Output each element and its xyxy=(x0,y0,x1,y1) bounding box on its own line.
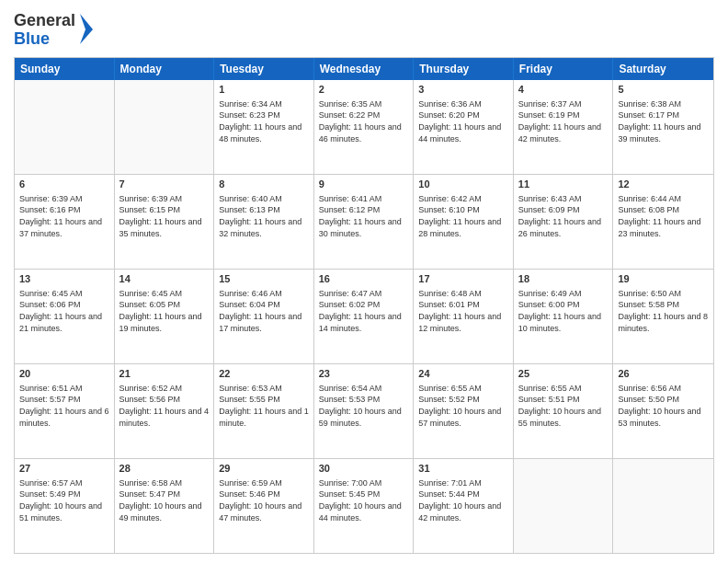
day-info: Sunrise: 6:55 AM Sunset: 5:51 PM Dayligh… xyxy=(518,383,609,429)
day-cell: 26Sunrise: 6:56 AM Sunset: 5:50 PM Dayli… xyxy=(613,364,713,458)
day-number: 4 xyxy=(518,83,609,97)
day-info: Sunrise: 6:34 AM Sunset: 6:23 PM Dayligh… xyxy=(219,98,309,144)
day-number: 29 xyxy=(219,462,309,476)
day-cell: 15Sunrise: 6:46 AM Sunset: 6:04 PM Dayli… xyxy=(214,270,314,363)
svg-text:General: General xyxy=(14,11,75,29)
day-number: 16 xyxy=(319,272,409,286)
day-info: Sunrise: 6:55 AM Sunset: 5:52 PM Dayligh… xyxy=(418,383,508,429)
day-info: Sunrise: 6:46 AM Sunset: 6:04 PM Dayligh… xyxy=(219,288,309,334)
day-number: 10 xyxy=(418,178,508,191)
svg-marker-2 xyxy=(80,14,93,44)
day-info: Sunrise: 6:52 AM Sunset: 5:56 PM Dayligh… xyxy=(119,383,210,429)
day-info: Sunrise: 6:39 AM Sunset: 6:16 PM Dayligh… xyxy=(19,193,109,239)
day-info: Sunrise: 6:45 AM Sunset: 6:05 PM Dayligh… xyxy=(119,288,210,334)
day-info: Sunrise: 7:00 AM Sunset: 5:45 PM Dayligh… xyxy=(319,477,409,523)
week-row-2: 6Sunrise: 6:39 AM Sunset: 6:16 PM Daylig… xyxy=(15,175,713,270)
day-cell: 2Sunrise: 6:35 AM Sunset: 6:22 PM Daylig… xyxy=(314,80,415,174)
header: GeneralBlue xyxy=(14,9,714,50)
day-info: Sunrise: 6:56 AM Sunset: 5:50 PM Dayligh… xyxy=(618,383,709,429)
day-number: 21 xyxy=(119,367,210,381)
day-number: 15 xyxy=(219,272,309,286)
day-info: Sunrise: 6:50 AM Sunset: 5:58 PM Dayligh… xyxy=(618,288,709,334)
day-info: Sunrise: 6:48 AM Sunset: 6:01 PM Dayligh… xyxy=(418,288,508,334)
day-cell: 13Sunrise: 6:45 AM Sunset: 6:06 PM Dayli… xyxy=(15,270,115,363)
day-number: 1 xyxy=(219,83,309,97)
day-info: Sunrise: 6:54 AM Sunset: 5:53 PM Dayligh… xyxy=(319,383,409,429)
logo-svg: GeneralBlue xyxy=(14,9,97,50)
day-cell: 9Sunrise: 6:41 AM Sunset: 6:12 PM Daylig… xyxy=(314,175,415,269)
day-cell: 1Sunrise: 6:34 AM Sunset: 6:23 PM Daylig… xyxy=(214,80,314,174)
day-info: Sunrise: 6:37 AM Sunset: 6:19 PM Dayligh… xyxy=(518,98,609,144)
day-cell: 22Sunrise: 6:53 AM Sunset: 5:55 PM Dayli… xyxy=(214,364,314,458)
day-cell: 12Sunrise: 6:44 AM Sunset: 6:08 PM Dayli… xyxy=(613,175,713,269)
day-number: 17 xyxy=(418,272,508,286)
day-header-wednesday: Wednesday xyxy=(314,58,415,80)
day-cell xyxy=(115,80,215,174)
day-cell: 10Sunrise: 6:42 AM Sunset: 6:10 PM Dayli… xyxy=(414,175,514,269)
day-number: 3 xyxy=(418,83,508,97)
day-number: 28 xyxy=(119,462,210,476)
day-cell: 18Sunrise: 6:49 AM Sunset: 6:00 PM Dayli… xyxy=(514,270,614,363)
day-number: 18 xyxy=(518,272,609,286)
day-info: Sunrise: 6:53 AM Sunset: 5:55 PM Dayligh… xyxy=(219,383,309,429)
day-number: 13 xyxy=(19,272,109,286)
day-number: 9 xyxy=(319,178,409,191)
week-row-1: 1Sunrise: 6:34 AM Sunset: 6:23 PM Daylig… xyxy=(15,80,713,175)
day-cell xyxy=(15,80,115,174)
week-row-3: 13Sunrise: 6:45 AM Sunset: 6:06 PM Dayli… xyxy=(15,270,713,364)
day-cell: 3Sunrise: 6:36 AM Sunset: 6:20 PM Daylig… xyxy=(414,80,514,174)
day-cell: 19Sunrise: 6:50 AM Sunset: 5:58 PM Dayli… xyxy=(613,270,713,363)
day-info: Sunrise: 6:45 AM Sunset: 6:06 PM Dayligh… xyxy=(19,288,109,334)
day-header-saturday: Saturday xyxy=(613,58,713,80)
day-number: 22 xyxy=(219,367,309,381)
day-info: Sunrise: 6:47 AM Sunset: 6:02 PM Dayligh… xyxy=(319,288,409,334)
day-number: 30 xyxy=(319,462,409,476)
day-cell: 17Sunrise: 6:48 AM Sunset: 6:01 PM Dayli… xyxy=(414,270,514,363)
day-cell: 8Sunrise: 6:40 AM Sunset: 6:13 PM Daylig… xyxy=(214,175,314,269)
day-cell: 27Sunrise: 6:57 AM Sunset: 5:49 PM Dayli… xyxy=(15,459,115,553)
day-cell: 20Sunrise: 6:51 AM Sunset: 5:57 PM Dayli… xyxy=(15,364,115,458)
day-cell: 4Sunrise: 6:37 AM Sunset: 6:19 PM Daylig… xyxy=(514,80,614,174)
day-header-tuesday: Tuesday xyxy=(214,58,314,80)
svg-text:Blue: Blue xyxy=(14,29,50,48)
day-cell: 6Sunrise: 6:39 AM Sunset: 6:16 PM Daylig… xyxy=(15,175,115,269)
day-number: 24 xyxy=(418,367,508,381)
day-info: Sunrise: 6:59 AM Sunset: 5:46 PM Dayligh… xyxy=(219,477,309,523)
week-row-5: 27Sunrise: 6:57 AM Sunset: 5:49 PM Dayli… xyxy=(15,459,713,553)
day-number: 26 xyxy=(618,367,709,381)
day-cell: 11Sunrise: 6:43 AM Sunset: 6:09 PM Dayli… xyxy=(514,175,614,269)
day-number: 23 xyxy=(319,367,409,381)
day-info: Sunrise: 6:41 AM Sunset: 6:12 PM Dayligh… xyxy=(319,193,409,239)
day-cell xyxy=(514,459,614,553)
day-header-friday: Friday xyxy=(514,58,614,80)
day-cell: 21Sunrise: 6:52 AM Sunset: 5:56 PM Dayli… xyxy=(115,364,215,458)
page: GeneralBlue SundayMondayTuesdayWednesday… xyxy=(0,0,728,563)
day-number: 2 xyxy=(319,83,409,97)
day-header-monday: Monday xyxy=(115,58,215,80)
day-number: 7 xyxy=(119,178,210,191)
day-number: 19 xyxy=(618,272,709,286)
day-number: 20 xyxy=(19,367,109,381)
day-headers: SundayMondayTuesdayWednesdayThursdayFrid… xyxy=(15,58,713,80)
day-info: Sunrise: 6:43 AM Sunset: 6:09 PM Dayligh… xyxy=(518,193,609,239)
day-info: Sunrise: 6:36 AM Sunset: 6:20 PM Dayligh… xyxy=(418,98,508,144)
day-cell: 16Sunrise: 6:47 AM Sunset: 6:02 PM Dayli… xyxy=(314,270,415,363)
day-info: Sunrise: 6:58 AM Sunset: 5:47 PM Dayligh… xyxy=(119,477,210,523)
day-number: 5 xyxy=(618,83,709,97)
day-info: Sunrise: 6:40 AM Sunset: 6:13 PM Dayligh… xyxy=(219,193,309,239)
day-cell: 31Sunrise: 7:01 AM Sunset: 5:44 PM Dayli… xyxy=(414,459,514,553)
day-header-sunday: Sunday xyxy=(15,58,115,80)
day-cell: 7Sunrise: 6:39 AM Sunset: 6:15 PM Daylig… xyxy=(115,175,215,269)
day-info: Sunrise: 6:49 AM Sunset: 6:00 PM Dayligh… xyxy=(518,288,609,334)
calendar: SundayMondayTuesdayWednesdayThursdayFrid… xyxy=(14,57,714,554)
logo: GeneralBlue xyxy=(14,9,97,50)
day-cell: 30Sunrise: 7:00 AM Sunset: 5:45 PM Dayli… xyxy=(314,459,415,553)
day-info: Sunrise: 6:42 AM Sunset: 6:10 PM Dayligh… xyxy=(418,193,508,239)
day-cell: 14Sunrise: 6:45 AM Sunset: 6:05 PM Dayli… xyxy=(115,270,215,363)
day-info: Sunrise: 6:39 AM Sunset: 6:15 PM Dayligh… xyxy=(119,193,210,239)
day-info: Sunrise: 6:44 AM Sunset: 6:08 PM Dayligh… xyxy=(618,193,709,239)
week-row-4: 20Sunrise: 6:51 AM Sunset: 5:57 PM Dayli… xyxy=(15,364,713,459)
day-cell: 25Sunrise: 6:55 AM Sunset: 5:51 PM Dayli… xyxy=(514,364,614,458)
day-info: Sunrise: 6:51 AM Sunset: 5:57 PM Dayligh… xyxy=(19,383,109,429)
day-info: Sunrise: 6:35 AM Sunset: 6:22 PM Dayligh… xyxy=(319,98,409,144)
